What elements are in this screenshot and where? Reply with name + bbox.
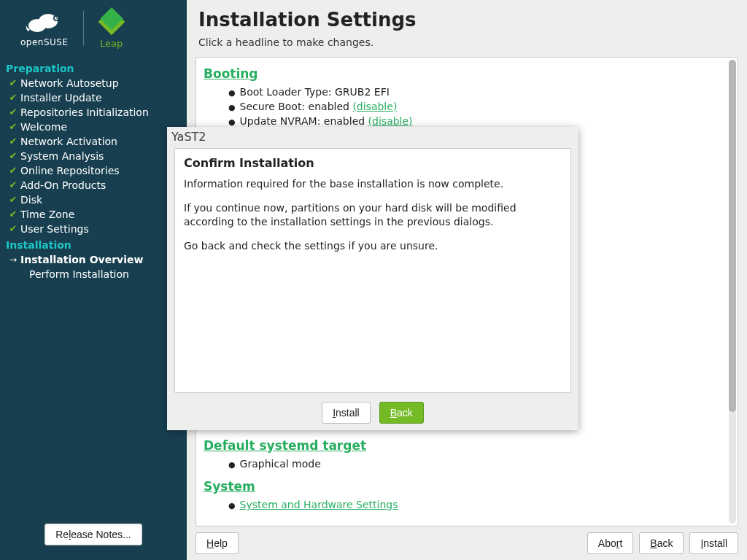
page-subtitle: Click a headline to make changes.: [198, 36, 735, 48]
check-icon: ✔: [9, 179, 18, 192]
check-icon: ✔: [9, 106, 18, 119]
nav-item-user-settings[interactable]: ✔User Settings: [6, 222, 181, 236]
nav-item-perform-installation[interactable]: Perform Installation: [6, 267, 181, 281]
list-item: ●Secure Boot: enabled (disable): [228, 100, 730, 114]
sidebar-footer: Release Notes...: [0, 524, 187, 560]
section-booting-list: ●Boot Loader Type: GRUB2 EFI ●Secure Boo…: [228, 85, 730, 129]
help-button[interactable]: Help: [196, 532, 239, 554]
check-icon: ✔: [9, 222, 18, 236]
section-system-title[interactable]: System: [204, 479, 730, 494]
page-title: Installation Settings: [198, 9, 735, 31]
dialog-install-button[interactable]: Install: [322, 402, 371, 424]
dialog-heading: Confirm Installation: [184, 156, 562, 170]
check-icon: ✔: [9, 193, 18, 206]
secure-boot-disable-link[interactable]: (disable): [352, 101, 397, 112]
back-button[interactable]: Back: [639, 532, 684, 554]
nav-item-disk[interactable]: ✔Disk: [6, 192, 181, 207]
scrollbar-thumb[interactable]: [729, 60, 736, 412]
list-item-text: Graphical mode: [240, 457, 321, 471]
list-item-text: Secure Boot: enabled: [240, 101, 353, 112]
check-icon: ✔: [9, 149, 18, 163]
section-system-list: ●System and Hardware Settings: [228, 498, 730, 513]
dialog-text-2: If you continue now, partitions on your …: [184, 201, 562, 229]
dialog-text-3: Go back and check the settings if you ar…: [184, 239, 562, 253]
dialog-text-1: Information required for the base instal…: [184, 177, 562, 191]
brand-divider: [83, 11, 84, 46]
gecko-icon: [24, 9, 65, 36]
install-button[interactable]: Install: [689, 532, 738, 554]
check-icon: ✔: [9, 77, 18, 90]
check-icon: ✔: [9, 91, 18, 104]
nav-item-network-activation[interactable]: ✔Network Activation: [6, 134, 181, 149]
list-item-text: Boot Loader Type: GRUB2 EFI: [240, 85, 390, 99]
dialog-back-button[interactable]: Back: [379, 402, 424, 424]
nav-item-online-repositories[interactable]: ✔Online Repositories: [6, 163, 181, 178]
install-steps-nav: Preparation ✔Network Autosetup ✔Installe…: [0, 57, 187, 281]
nav-section-preparation: Preparation: [6, 60, 181, 76]
list-item: ●Boot Loader Type: GRUB2 EFI: [228, 85, 730, 100]
nav-item-system-analysis[interactable]: ✔System Analysis: [6, 149, 181, 163]
brand: openSUSE Leap: [0, 0, 187, 57]
brand-edition-text: Leap: [100, 38, 123, 49]
sidebar: openSUSE Leap Preparation ✔Network Autos…: [0, 0, 187, 560]
abort-button[interactable]: Abort: [587, 532, 633, 554]
leap-icon: [98, 9, 125, 35]
footer-bar: Help Abort Back Install: [187, 526, 747, 560]
section-booting-title[interactable]: Booting: [204, 66, 730, 81]
page-heading: Installation Settings Click a headline t…: [187, 0, 747, 52]
list-item: ●System and Hardware Settings: [228, 498, 730, 513]
svg-point-4: [55, 17, 57, 18]
dialog-body: Confirm Installation Information require…: [174, 148, 571, 393]
nav-item-welcome[interactable]: ✔Welcome: [6, 120, 181, 134]
check-icon: ✔: [9, 135, 18, 148]
arrow-right-icon: →: [9, 253, 18, 266]
section-systemd-list: ●Graphical mode: [228, 457, 730, 472]
list-item: ●Graphical mode: [228, 457, 730, 472]
leap-logo: Leap: [98, 9, 125, 49]
nav-item-installer-update[interactable]: ✔Installer Update: [6, 90, 181, 105]
nav-item-network-autosetup[interactable]: ✔Network Autosetup: [6, 76, 181, 90]
nav-item-repositories-init[interactable]: ✔Repositories Initialization: [6, 105, 181, 120]
system-hardware-link[interactable]: System and Hardware Settings: [240, 498, 398, 512]
nav-section-installation: Installation: [6, 236, 181, 252]
svg-point-1: [28, 19, 46, 32]
nvram-disable-link[interactable]: (disable): [368, 115, 413, 127]
list-item-text: Update NVRAM: enabled: [240, 115, 368, 127]
opensuse-logo: openSUSE: [20, 9, 69, 47]
confirm-install-dialog: YaST2 Confirm Installation Information r…: [167, 127, 578, 430]
app-root: openSUSE Leap Preparation ✔Network Autos…: [0, 0, 747, 560]
nav-item-installation-overview[interactable]: →Installation Overview: [6, 252, 181, 267]
check-icon: ✔: [9, 164, 18, 177]
dialog-buttons: Install Back: [167, 393, 578, 424]
check-icon: ✔: [9, 120, 18, 133]
nav-item-time-zone[interactable]: ✔Time Zone: [6, 207, 181, 222]
dialog-title: YaST2: [167, 127, 578, 148]
scrollbar[interactable]: [729, 60, 736, 524]
brand-os-text: openSUSE: [20, 37, 69, 47]
nav-item-addon-products[interactable]: ✔Add-On Products: [6, 178, 181, 192]
section-systemd-title[interactable]: Default systemd target: [204, 438, 730, 453]
release-notes-button[interactable]: Release Notes...: [44, 524, 142, 545]
check-icon: ✔: [9, 208, 18, 221]
